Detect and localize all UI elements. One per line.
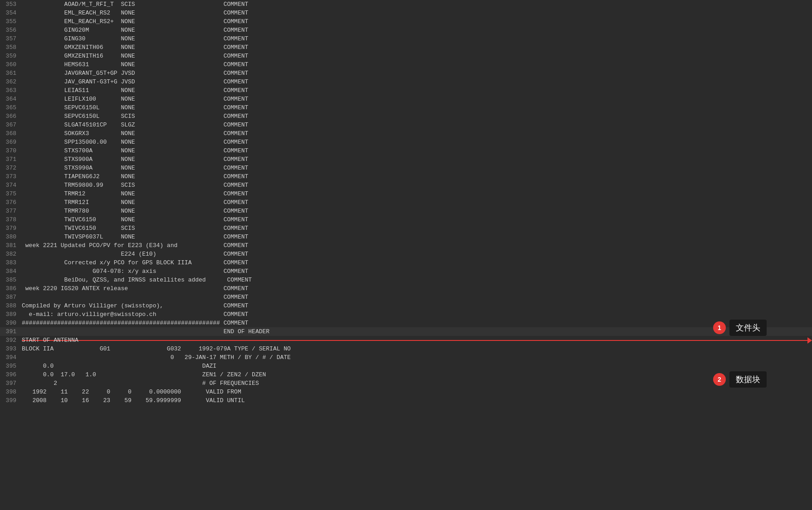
line-content: e-mail: arturo.villiger@swisstopo.ch COM… (22, 311, 248, 318)
line-content: 0.0 17.0 1.0 ZEN1 / ZEN2 / DZEN (22, 371, 266, 378)
line-number: 384 (0, 268, 22, 275)
line-content: GMXZENITH16 NONE COMMENT (22, 53, 248, 59)
line-number: 397 (0, 380, 22, 387)
code-line: 362 JAV_GRANT-G3T+G JVSD COMMENT (0, 78, 812, 86)
code-line: 380 TWIVSP6037L NONE COMMENT (0, 233, 812, 241)
code-line: 367 SLGAT45101CP SLGZ COMMENT (0, 121, 812, 129)
line-content: week 2220 IGS20 ANTEX release COMMENT (22, 285, 248, 292)
line-number: 364 (0, 96, 22, 102)
line-content: STXS990A NONE COMMENT (22, 165, 248, 171)
red-arrow-line (22, 340, 807, 341)
code-line: 390#####################################… (0, 319, 812, 327)
line-content: SEPVC6150L NONE COMMENT (22, 104, 248, 111)
code-line: 397 2 # OF FREQUENCIES (0, 379, 812, 388)
line-number: 362 (0, 78, 22, 85)
line-content: GING20M NONE COMMENT (22, 27, 248, 34)
line-content: TWIVC6150 SCIS COMMENT (22, 225, 248, 232)
line-number: 372 (0, 165, 22, 171)
line-number: 367 (0, 121, 22, 128)
code-line: 378 TWIVC6150 NONE COMMENT (0, 215, 812, 224)
code-line: 382 E224 (E10) COMMENT (0, 250, 812, 258)
code-line: 385 BeiDou, QZSS, and IRNSS satellites a… (0, 276, 812, 284)
line-content: 1992 11 22 0 0 0.0000000 VALID FROM (22, 389, 241, 395)
line-number: 399 (0, 397, 22, 404)
code-line: 383 Corrected x/y PCO for GPS BLOCK IIIA… (0, 258, 812, 267)
line-content: LEIAS11 NONE COMMENT (22, 87, 248, 94)
red-arrow-head (807, 337, 812, 344)
code-line: 353 AOAD/M_T_RFI_T SCIS COMMENT (0, 0, 812, 9)
line-number: 356 (0, 27, 22, 34)
code-line: 384 G074-078: x/y axis COMMENT (0, 267, 812, 276)
line-number: 381 (0, 242, 22, 249)
code-line: 379 TWIVC6150 SCIS COMMENT (0, 224, 812, 233)
line-content: SLGAT45101CP SLGZ COMMENT (22, 121, 248, 128)
line-content: 0.0 DAZI (22, 363, 216, 369)
code-line: 388Compiled by Arturo Villiger (swisstop… (0, 301, 812, 310)
line-content: HEMS631 NONE COMMENT (22, 61, 248, 68)
code-line: 386 week 2220 IGS20 ANTEX release COMMEN… (0, 284, 812, 293)
line-number: 389 (0, 311, 22, 318)
code-line: 357 GING30 NONE COMMENT (0, 34, 812, 43)
line-content: START OF ANTENNA (22, 337, 78, 344)
code-line: 368 SOKGRX3 NONE COMMENT (0, 129, 812, 138)
line-number: 373 (0, 173, 22, 180)
line-number: 395 (0, 363, 22, 369)
line-content: 0 29-JAN-17 METH / BY / # / DATE (22, 354, 291, 361)
code-line: 387 COMMENT (0, 293, 812, 301)
line-content: week 2221 Updated PCO/PV for E223 (E34) … (22, 242, 248, 249)
code-line: 364 LEIFLX100 NONE COMMENT (0, 95, 812, 103)
line-number: 359 (0, 53, 22, 59)
code-line: 395 0.0 DAZI (0, 362, 812, 370)
line-number: 353 (0, 1, 22, 8)
line-content: ########################################… (22, 320, 248, 326)
line-number: 388 (0, 302, 22, 309)
line-number: 385 (0, 277, 22, 283)
code-line: 375 TRMR12 NONE COMMENT (0, 189, 812, 198)
line-number: 378 (0, 216, 22, 223)
line-content: TRMR12I NONE COMMENT (22, 199, 248, 206)
code-line: 363 LEIAS11 NONE COMMENT (0, 86, 812, 95)
line-content: G074-078: x/y axis COMMENT (22, 268, 248, 275)
line-number: 370 (0, 147, 22, 154)
code-line: 354 EML_REACH_RS2 NONE COMMENT (0, 9, 812, 17)
line-content: COMMENT (22, 294, 248, 301)
line-number: 382 (0, 251, 22, 257)
code-line: 360 HEMS631 NONE COMMENT (0, 60, 812, 69)
line-content: STXS700A NONE COMMENT (22, 147, 248, 154)
line-content: TWIVSP6037L NONE COMMENT (22, 233, 248, 240)
line-content: 2 # OF FREQUENCIES (22, 380, 259, 387)
line-content: STXS900A NONE COMMENT (22, 156, 248, 163)
line-number: 363 (0, 87, 22, 94)
line-number: 392 (0, 337, 22, 344)
line-content: GMXZENITH06 NONE COMMENT (22, 44, 248, 51)
code-line: 372 STXS990A NONE COMMENT (0, 164, 812, 172)
line-number: 383 (0, 259, 22, 266)
code-line: 365 SEPVC6150L NONE COMMENT (0, 103, 812, 112)
code-line: 370 STXS700A NONE COMMENT (0, 146, 812, 155)
line-number: 380 (0, 233, 22, 240)
code-line: 373 TIAPENG6J2 NONE COMMENT (0, 172, 812, 181)
code-line: 358 GMXZENITH06 NONE COMMENT (0, 43, 812, 52)
code-line: 377 TRMR780 NONE COMMENT (0, 207, 812, 215)
line-number: 394 (0, 354, 22, 361)
line-content: TIAPENG6J2 NONE COMMENT (22, 173, 248, 180)
line-content: TRMR12 NONE COMMENT (22, 190, 248, 197)
code-line: 391 END OF HEADER (0, 327, 812, 336)
line-content: BLOCK IIA G01 G032 1992-079A TYPE / SERI… (22, 345, 291, 352)
line-content: Corrected x/y PCO for GPS BLOCK IIIA COM… (22, 259, 248, 266)
line-number: 360 (0, 61, 22, 68)
code-line: 393BLOCK IIA G01 G032 1992-079A TYPE / S… (0, 345, 812, 353)
line-number: 374 (0, 182, 22, 189)
line-number: 361 (0, 70, 22, 77)
code-line: 356 GING20M NONE COMMENT (0, 26, 812, 34)
code-line: 381 week 2221 Updated PCO/PV for E223 (E… (0, 241, 812, 250)
line-number: 390 (0, 320, 22, 326)
code-line: 374 TRM59800.99 SCIS COMMENT (0, 181, 812, 189)
line-content: JAVGRANT_G5T+GP JVSD COMMENT (22, 70, 248, 77)
line-number: 354 (0, 10, 22, 16)
line-content: SOKGRX3 NONE COMMENT (22, 130, 248, 137)
line-number: 386 (0, 285, 22, 292)
line-content: AOAD/M_T_RFI_T SCIS COMMENT (22, 1, 248, 8)
line-number: 358 (0, 44, 22, 51)
line-number: 396 (0, 371, 22, 378)
